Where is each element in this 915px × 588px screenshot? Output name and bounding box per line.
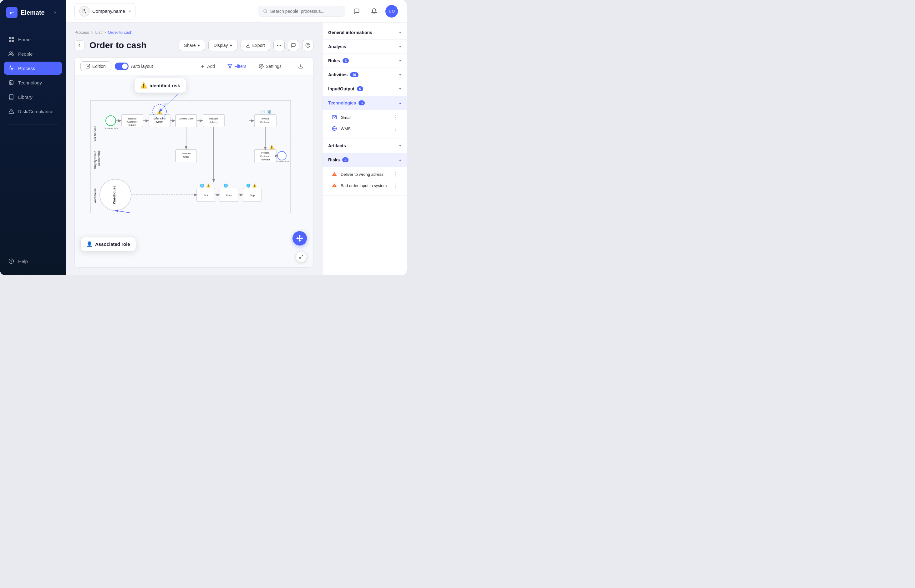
technology-item-wms[interactable]: WMS ⋮ <box>328 123 401 134</box>
wms-more-button[interactable]: ⋮ <box>393 126 398 132</box>
svg-text:Warehouse: Warehouse <box>112 186 116 204</box>
panel-section-inputoutput-header[interactable]: Input/Output 6 ▾ <box>323 82 407 96</box>
svg-text:✉️: ✉️ <box>164 102 169 107</box>
svg-text:⚠️: ⚠️ <box>269 144 274 149</box>
add-button[interactable]: Add <box>196 61 219 71</box>
sidebar-logo-area: e1 Elemate <box>0 0 66 25</box>
svg-rect-56 <box>176 115 197 127</box>
help-icon <box>8 258 15 264</box>
sidebar-item-label-process: Process <box>18 66 35 71</box>
panel-section-general-header[interactable]: General informations ▾ <box>323 26 407 39</box>
panel-section-general-title: General informations <box>328 30 372 35</box>
panel-section-artifacts-header[interactable]: Artifacts ▾ <box>323 139 407 153</box>
sidebar-item-technology[interactable]: Technology <box>4 76 62 89</box>
panel-section-roles-header[interactable]: Roles 3 ▾ <box>323 54 407 68</box>
export-button[interactable]: Export <box>241 40 270 51</box>
svg-rect-33 <box>91 100 291 213</box>
display-button[interactable]: Display ▾ <box>209 40 238 51</box>
svg-point-41 <box>106 116 116 126</box>
page-area: Process > List > Order to cash Order to … <box>66 23 407 275</box>
panel-section-activities-header[interactable]: Activities 10 ▾ <box>323 68 407 82</box>
risk-more-button-1[interactable]: ⋮ <box>393 171 398 177</box>
diagram-canvas[interactable]: ⚠️ identified risk 👤 Associated role <box>75 75 313 267</box>
toggle-switch[interactable] <box>115 63 129 70</box>
panel-section-activities: Activities 10 ▾ <box>323 68 407 82</box>
download-button[interactable] <box>294 61 307 71</box>
sidebar-item-risk[interactable]: Risk/Compliance <box>4 105 62 118</box>
svg-text:✉️: ✉️ <box>260 110 265 114</box>
move-fab-button[interactable] <box>293 231 307 246</box>
chat-button[interactable] <box>350 5 363 18</box>
svg-text:Customer Service: Customer Service <box>94 126 97 150</box>
export-icon <box>246 43 251 48</box>
technology-item-gmail[interactable]: Gmail ⋮ <box>328 111 401 123</box>
sidebar-item-library[interactable]: Library <box>4 90 62 103</box>
svg-text:🌐: 🌐 <box>200 183 204 187</box>
svg-text:⚠️: ⚠️ <box>252 183 257 187</box>
search-input[interactable] <box>270 9 340 14</box>
svg-rect-39 <box>91 177 291 213</box>
svg-rect-93 <box>243 188 261 202</box>
sidebar-item-process[interactable]: Process <box>4 61 62 75</box>
svg-point-20 <box>264 10 267 13</box>
svg-point-78 <box>278 151 286 160</box>
sidebar-collapse-button[interactable] <box>51 8 60 17</box>
svg-text:Customer: Customer <box>260 155 271 158</box>
filters-button[interactable]: Filters <box>223 61 251 71</box>
svg-text:⚠️: ⚠️ <box>206 183 210 187</box>
svg-text:⚠️: ⚠️ <box>157 109 162 115</box>
analysis-chevron-icon: ▾ <box>399 44 401 49</box>
svg-text:🌐: 🌐 <box>246 183 251 187</box>
more-options-button[interactable] <box>273 40 285 51</box>
svg-text:Pack: Pack <box>226 194 232 197</box>
back-button[interactable] <box>74 40 84 50</box>
comment-button[interactable] <box>288 40 299 51</box>
sidebar-item-help[interactable]: Help <box>4 255 62 268</box>
settings-gear-icon <box>259 64 264 69</box>
svg-text:Accounting: Accounting <box>97 150 100 166</box>
notifications-button[interactable] <box>368 5 380 18</box>
expand-button[interactable] <box>296 251 307 262</box>
panel-section-technologies-title: Technologies 3 <box>328 100 365 105</box>
svg-point-4 <box>10 52 11 53</box>
user-avatar[interactable]: CO <box>385 5 398 18</box>
role-callout-icon: 👤 <box>86 241 92 247</box>
svg-text:Invoice: Invoice <box>262 117 269 120</box>
panel-section-technologies-header[interactable]: Technologies 3 ▴ <box>323 96 407 110</box>
panel-section-roles: Roles 3 ▾ <box>323 54 407 68</box>
risk-item-bad-input[interactable]: Bad order input in system ⋮ <box>328 180 401 191</box>
sidebar-item-label-library: Library <box>18 94 32 100</box>
panel-section-risks-header[interactable]: Risks 4 ▴ <box>323 153 407 167</box>
panel-section-risks-title: Risks 4 <box>328 157 349 162</box>
grid-icon <box>8 36 15 42</box>
share-button[interactable]: Share ▾ <box>179 40 205 51</box>
settings-button[interactable]: Settings <box>254 61 286 71</box>
svg-text:Warehouse: Warehouse <box>94 188 97 203</box>
sidebar-help-area: Help <box>0 251 66 275</box>
svg-point-53 <box>153 105 167 118</box>
panel-section-analysis: Analysis ▾ <box>323 40 407 54</box>
inputoutput-badge: 6 <box>357 86 363 91</box>
svg-rect-0 <box>9 37 11 39</box>
gmail-more-button[interactable]: ⋮ <box>393 115 398 120</box>
logo-text: Elemate <box>21 9 45 16</box>
risk-item-wrong-address[interactable]: Deliver to wrong adress ⋮ <box>328 169 401 180</box>
company-selector[interactable]: Company.name ▾ <box>74 3 136 19</box>
main-content: Company.name ▾ CO Process > <box>66 0 407 275</box>
help-question-button[interactable] <box>302 40 314 51</box>
risk-label-2: Bad order input in system <box>341 183 390 188</box>
activities-chevron-icon: ▾ <box>399 73 401 77</box>
svg-text:Pick: Pick <box>203 194 209 197</box>
sidebar-item-people[interactable]: People <box>4 47 62 60</box>
svg-text:⚙️: ⚙️ <box>267 110 272 114</box>
page-header: Order to cash Share ▾ Display ▾ Export <box>74 40 314 51</box>
auto-layout-toggle[interactable]: Auto layout <box>115 63 153 70</box>
search-bar[interactable] <box>258 6 345 16</box>
sidebar-item-home[interactable]: Home <box>4 33 62 46</box>
svg-rect-49 <box>149 115 170 127</box>
svg-rect-36 <box>91 141 291 177</box>
risk-more-button-2[interactable]: ⋮ <box>393 183 398 189</box>
panel-section-analysis-header[interactable]: Analysis ▾ <box>323 40 407 53</box>
edition-button[interactable]: Edition <box>81 61 111 71</box>
svg-text:system: system <box>156 120 163 123</box>
